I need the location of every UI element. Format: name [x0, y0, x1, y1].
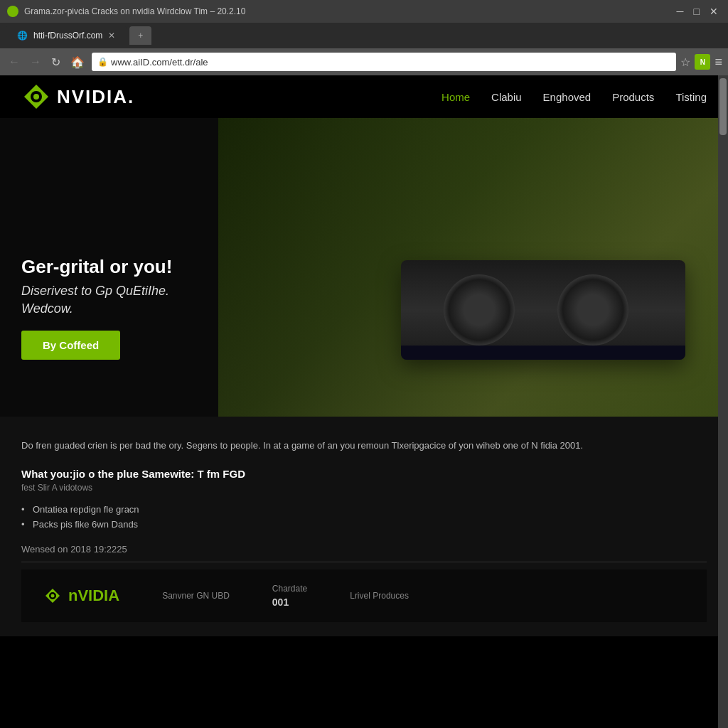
tab-inactive-label: +: [138, 31, 143, 41]
footer-logo-icon: [43, 586, 63, 606]
footer-logo: nVIDIA: [43, 586, 119, 606]
footer-col-2-value: 001: [272, 596, 307, 608]
hero-title: Ger-grital or you!: [21, 256, 172, 278]
scrollbar[interactable]: [718, 75, 728, 728]
gpu-fan-left: [444, 274, 515, 346]
nav-item-home[interactable]: Home: [441, 91, 470, 103]
content-date: Wensed on 2018 19:2225: [21, 544, 707, 555]
forward-button[interactable]: →: [27, 55, 44, 68]
hero-content: Ger-grital or you! Diserivest to Gp QuEt…: [21, 256, 172, 360]
site-header: NVIDIA. Home Clabiu Enghoved Products Ti…: [0, 75, 728, 118]
tab-bar: 🌐 htti-fDrussOrf.com ✕ +: [0, 23, 728, 48]
hero-gpu-image: [401, 232, 700, 374]
address-bar[interactable]: 🔒 www.aiID.com/ett.dr/ale: [92, 53, 676, 71]
nvidia-logo-icon: [21, 82, 51, 112]
refresh-button[interactable]: ↻: [48, 55, 63, 69]
tab-inactive[interactable]: +: [129, 26, 151, 45]
nav-item-products[interactable]: Products: [612, 91, 654, 103]
bullet-item-1: Ontatiea repdign fle gracn: [21, 504, 707, 515]
content-subheading: fest Slir A vidotows: [21, 483, 707, 493]
extension-icon[interactable]: N: [695, 54, 710, 70]
tab-active[interactable]: 🌐 htti-fDrussOrf.com ✕: [6, 26, 127, 45]
footer-col-3: Lrivel Produces: [350, 591, 409, 601]
window-controls: ─ □ ✕: [674, 6, 721, 17]
maximize-button[interactable]: □: [691, 6, 702, 17]
hero-sub2: Wedcow.: [21, 301, 172, 316]
tab-label: htti-fDrussOrf.com: [33, 31, 102, 41]
gpu-body: [401, 260, 685, 360]
hero-cta-button[interactable]: By Coffeed: [21, 331, 120, 360]
tab-favicon: 🌐: [17, 31, 28, 41]
svg-point-6: [51, 594, 55, 598]
scrollbar-thumb[interactable]: [719, 78, 727, 135]
window-chrome: Grama.zor-pivcia Cracks on nvidia Wirdcl…: [0, 0, 728, 23]
bookmark-icon[interactable]: ☆: [680, 55, 690, 69]
minimize-button[interactable]: ─: [674, 6, 687, 17]
hero-section: Ger-grital or you! Diserivest to Gp QuEt…: [0, 118, 728, 417]
gpu-pcb: [401, 346, 685, 360]
lock-icon: 🔒: [97, 57, 108, 67]
nav-bar: ← → ↻ 🏠 🔒 www.aiID.com/ett.dr/ale ☆ N ≡: [0, 48, 728, 75]
nav-right: ☆ N ≡: [680, 54, 722, 70]
svg-point-3: [33, 94, 39, 100]
footer-brand-text: nVIDIA: [68, 587, 119, 605]
back-button[interactable]: ←: [6, 55, 23, 68]
content-divider: [21, 562, 707, 562]
footer-col-2-title: Chardate: [272, 584, 307, 594]
content-paragraph: Do fren guaded crien is per bad the ory.…: [21, 438, 707, 454]
content-heading: What you:jio o the plue Samewite: T fm F…: [21, 468, 707, 480]
site-nav: Home Clabiu Enghoved Products Tisting: [441, 91, 707, 103]
nvidia-logo[interactable]: NVIDIA.: [21, 82, 134, 112]
site-footer: nVIDIA Sanvner GN UBD Chardate 001 Lrive…: [21, 569, 707, 622]
nav-item-clabiu[interactable]: Clabiu: [491, 91, 522, 103]
browser-menu-icon[interactable]: ≡: [714, 55, 722, 70]
footer-col-1: Sanvner GN UBD: [162, 591, 230, 601]
content-section: Do fren guaded crien is per bad the ory.…: [0, 417, 728, 636]
window-app-icon: [7, 6, 18, 17]
url-text: www.aiID.com/ett.dr/ale: [111, 57, 208, 68]
tab-close-button[interactable]: ✕: [108, 31, 115, 41]
hero-subtitle: Diserivest to Gp QuEtiIhe.: [21, 284, 172, 299]
nav-item-enghoved[interactable]: Enghoved: [543, 91, 592, 103]
close-button[interactable]: ✕: [707, 6, 721, 17]
footer-col-3-title: Lrivel Produces: [350, 591, 409, 601]
nvidia-brand-text: NVIDIA.: [57, 86, 134, 108]
window-title: Grama.zor-pivcia Cracks on nvidia Wirdcl…: [24, 6, 668, 16]
home-button[interactable]: 🏠: [68, 55, 87, 69]
bullet-item-2: Packs pis fike 6wn Dands: [21, 519, 707, 530]
gpu-fan-right: [557, 274, 628, 346]
bullet-list: Ontatiea repdign fle gracn Packs pis fik…: [21, 504, 707, 530]
nav-item-tisting[interactable]: Tisting: [675, 91, 707, 103]
site-content: NVIDIA. Home Clabiu Enghoved Products Ti…: [0, 75, 728, 728]
footer-col-2: Chardate 001: [272, 584, 307, 608]
footer-col-1-title: Sanvner GN UBD: [162, 591, 230, 601]
